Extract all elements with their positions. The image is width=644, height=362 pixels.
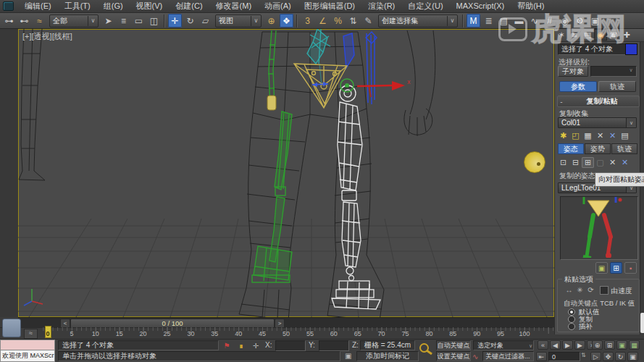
render-frame-icon[interactable]: ▣ <box>588 14 602 28</box>
edit-named-selections-icon[interactable]: ✎ <box>361 14 375 28</box>
zoom-extents-all-button[interactable]: ▦ <box>629 340 640 350</box>
next-frame-button[interactable]: ▶ <box>574 340 585 350</box>
loop-paste-icon[interactable]: ⟳ <box>585 285 596 295</box>
transform-typein-icon[interactable]: ✛ <box>251 341 261 350</box>
trajectory-tab[interactable]: 轨迹 <box>611 143 637 154</box>
previous-frame-button[interactable]: ◀ <box>550 340 561 350</box>
track-bar-ruler[interactable]: 0510152025303540455055606570758085909510… <box>40 327 638 339</box>
menu-create[interactable]: 创建(C) <box>169 0 209 12</box>
angle-snap-icon[interactable]: ∠ <box>316 14 330 28</box>
menu-rendering[interactable]: 渲染(R) <box>361 0 401 12</box>
bind-to-space-warp-icon[interactable]: ≈ <box>33 14 46 28</box>
select-and-manipulate-icon[interactable]: ❖ <box>280 14 293 28</box>
select-and-rotate-icon[interactable]: ↻ <box>183 14 197 28</box>
time-slider-track[interactable]: < 0 / 100 > <box>18 317 554 327</box>
pose-tab[interactable]: 姿势 <box>585 143 611 154</box>
menu-modifiers[interactable]: 修改器(M) <box>209 0 259 12</box>
perspective-viewport[interactable] <box>18 29 554 317</box>
collection-layers-icon[interactable]: ▤ <box>619 130 631 141</box>
paste-clipboard-icon[interactable]: ▢ <box>594 157 606 168</box>
relative-paste-icon[interactable]: ✳ <box>574 285 585 295</box>
scrollbar-thumb[interactable] <box>640 313 644 333</box>
x-coordinate-field[interactable] <box>275 340 306 351</box>
zoom-extents-button[interactable]: ▣ <box>616 340 627 350</box>
mirror-icon[interactable]: M <box>467 14 480 28</box>
select-and-scale-icon[interactable]: ▱ <box>198 14 212 28</box>
key-filters-curve-icon[interactable]: ∿ <box>472 353 478 361</box>
snap-toggle-3d-icon[interactable]: 3 <box>301 14 314 28</box>
macro-recorder-line[interactable] <box>0 340 55 350</box>
menu-maxscript[interactable]: MAXScript(X) <box>450 0 511 12</box>
object-color-swatch[interactable] <box>625 43 637 55</box>
collection-dropdown[interactable]: Col01 ∨ <box>558 117 637 128</box>
tab-modify[interactable]: ≋ <box>568 29 581 41</box>
select-by-name-icon[interactable]: ≡ <box>117 14 130 28</box>
object-name-field[interactable]: 选择了 4 个对象 <box>558 43 626 55</box>
key-filters-button[interactable]: 关键点过滤器... <box>482 351 534 361</box>
menu-group[interactable]: 组(G) <box>97 0 130 12</box>
maxscript-mini-listener[interactable]: 欢迎使用 MAXScr <box>0 350 55 362</box>
menu-tools[interactable]: 工具(T) <box>58 0 97 12</box>
radio-interp[interactable]: 插补 <box>568 323 600 330</box>
menu-views[interactable]: 视图(V) <box>130 0 170 12</box>
sub-object-dropdown[interactable]: ∨ <box>590 66 637 77</box>
app-logo-icon[interactable] <box>3 1 14 11</box>
delete-collection-icon[interactable]: ✕ <box>594 130 606 141</box>
maximize-viewport-button[interactable]: ▣ <box>627 352 638 361</box>
open-collection-icon[interactable]: ◰ <box>569 130 582 141</box>
percent-snap-icon[interactable]: % <box>331 14 345 28</box>
y-coordinate-field[interactable] <box>319 340 349 351</box>
tab-display[interactable]: ▣ <box>607 29 620 41</box>
panel-scrollbar[interactable] <box>640 42 644 334</box>
go-to-start-button[interactable]: « <box>538 340 548 350</box>
save-collection-icon[interactable]: ▦ <box>582 130 594 141</box>
render-setup-icon[interactable]: ⚙ <box>573 14 587 28</box>
use-pivot-center-icon[interactable]: ⊕ <box>264 14 278 28</box>
menu-edit[interactable]: 编辑(E) <box>18 0 58 12</box>
ribbon-toggle-icon[interactable]: ▬ <box>512 14 526 28</box>
preview-mode-c-chip[interactable]: ▪ <box>624 262 637 274</box>
tab-create[interactable]: ✶ <box>555 29 568 41</box>
posture-preview-window[interactable] <box>560 196 638 260</box>
rectangular-selection-icon[interactable]: ▭ <box>132 14 146 28</box>
selection-lock-icon[interactable]: ∎ <box>236 341 246 350</box>
spinner-snap-icon[interactable]: ⇅ <box>346 14 360 28</box>
delete-posture-icon[interactable]: ✕ <box>606 157 619 168</box>
new-collection-icon[interactable]: ✱ <box>557 130 569 141</box>
named-selection-sets-dropdown[interactable]: 创建选择集 ∨ <box>378 14 458 28</box>
schematic-view-icon[interactable]: # <box>543 14 556 28</box>
set-key-button[interactable]: 设置关键点 <box>436 351 471 361</box>
set-keys-key-icon[interactable] <box>418 342 432 360</box>
add-time-tag[interactable]: 添加时间标记 <box>356 351 419 361</box>
tab-motion[interactable]: ◉ <box>594 29 607 41</box>
preview-mode-b-chip[interactable]: ⊞ <box>610 262 622 274</box>
selection-filter-dropdown[interactable]: 全部 ∨ <box>49 14 99 28</box>
mirror-paste-icon[interactable]: ↔ <box>564 285 574 295</box>
select-and-move-icon[interactable]: ✛ <box>168 14 182 28</box>
zoom-region-button[interactable]: ▷ <box>590 352 601 361</box>
frame-spinner[interactable]: ⇅ <box>581 352 586 358</box>
copy-posture-icon[interactable]: ⊡ <box>557 157 569 168</box>
set-key-plus-button[interactable]: ⊕ <box>592 340 603 350</box>
select-and-link-icon[interactable]: ⊶ <box>2 14 16 28</box>
window-crossing-icon[interactable]: ◫ <box>147 14 161 28</box>
unlink-selection-icon[interactable]: ⊷ <box>17 14 31 28</box>
select-object-icon[interactable]: ➤ <box>101 14 115 28</box>
menu-graph-editors[interactable]: 图形编辑器(D) <box>298 0 361 12</box>
menu-help[interactable]: 帮助(H) <box>511 0 551 12</box>
key-filter-dropdown[interactable]: 选定对象 ∨ <box>473 340 534 350</box>
delete-all-postures-icon[interactable]: ✕ <box>619 157 631 168</box>
paste-posture-icon[interactable]: ⊟ <box>569 157 582 168</box>
play-button[interactable]: ▶ <box>562 340 573 350</box>
delete-all-collections-icon[interactable]: ✕ <box>606 130 619 141</box>
tab-hierarchy[interactable]: ▤ <box>581 29 594 41</box>
menu-animation[interactable]: 动画(A) <box>258 0 298 12</box>
velocity-checkbox[interactable] <box>600 286 609 295</box>
copy-paste-rollout-header[interactable]: - 复制/粘贴 <box>557 96 640 107</box>
key-mode-toggle[interactable]: ⇤ <box>536 352 547 361</box>
tab-utilities[interactable]: ✚ <box>620 29 633 41</box>
viewport-label[interactable]: [+][透视][线框] <box>22 31 72 42</box>
posture-tab[interactable]: 姿态 <box>558 143 584 154</box>
paste-posture-opposite-icon[interactable]: ⊞ <box>582 157 594 168</box>
auto-key-button[interactable]: 自动关键点 <box>436 340 471 350</box>
